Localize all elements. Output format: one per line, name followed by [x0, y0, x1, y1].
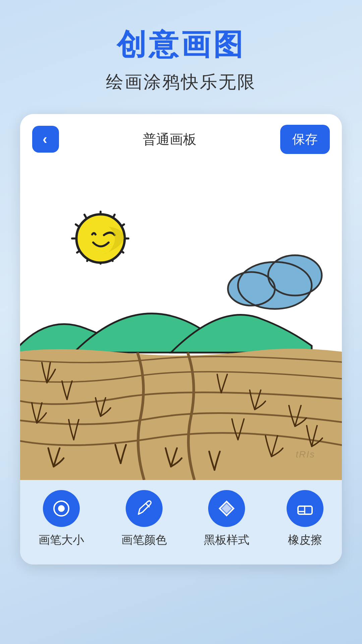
- board-style-label: 黑板样式: [204, 532, 249, 548]
- eraser-icon: [295, 499, 315, 518]
- back-button[interactable]: ‹: [32, 126, 59, 153]
- brush-size-icon: [52, 499, 71, 518]
- svg-point-22: [58, 505, 65, 512]
- page-title: 创意画图: [0, 27, 362, 62]
- drawing-card: ‹ 普通画板 保存: [20, 114, 342, 565]
- toolbar: 画笔大小 画笔颜色 黑板样式: [20, 480, 342, 565]
- board-style-icon: [217, 499, 236, 518]
- brush-size-tool[interactable]: 画笔大小: [39, 490, 84, 548]
- page-subtitle: 绘画涂鸦快乐无限: [0, 70, 362, 94]
- drawing-canvas[interactable]: [20, 165, 342, 480]
- header-section: 创意画图 绘画涂鸦快乐无限: [0, 0, 362, 107]
- board-title: 普通画板: [143, 130, 196, 149]
- eraser-button[interactable]: [287, 490, 323, 527]
- brush-color-label: 画笔颜色: [121, 532, 167, 548]
- brush-size-label: 画笔大小: [39, 532, 84, 548]
- brush-color-tool[interactable]: 画笔颜色: [121, 490, 167, 548]
- eraser-tool[interactable]: 橡皮擦: [287, 490, 323, 548]
- brush-color-button[interactable]: [126, 490, 163, 527]
- board-style-button[interactable]: [208, 490, 245, 527]
- eraser-label: 橡皮擦: [288, 532, 322, 548]
- canvas-area[interactable]: tRIs: [20, 165, 342, 480]
- brush-size-button[interactable]: [43, 490, 80, 527]
- back-arrow-icon: ‹: [43, 132, 47, 146]
- card-header: ‹ 普通画板 保存: [20, 114, 342, 165]
- watermark: tRIs: [296, 449, 315, 460]
- board-style-tool[interactable]: 黑板样式: [204, 490, 249, 548]
- save-button[interactable]: 保存: [280, 125, 330, 154]
- brush-color-icon: [134, 499, 154, 518]
